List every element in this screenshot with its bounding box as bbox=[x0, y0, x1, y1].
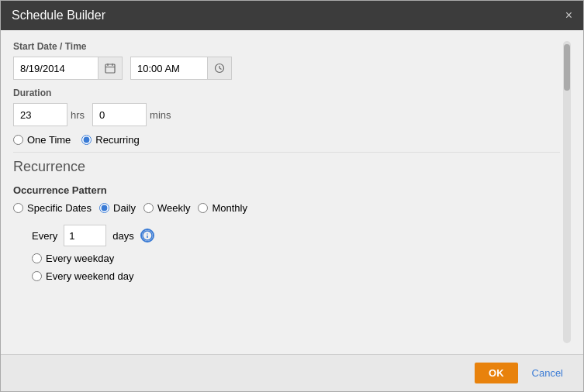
svg-line-6 bbox=[219, 68, 222, 70]
ok-button[interactable]: OK bbox=[475, 363, 518, 383]
duration-label: Duration bbox=[13, 88, 560, 98]
every-label: Every bbox=[32, 230, 57, 242]
monthly-label: Monthly bbox=[212, 202, 247, 214]
dialog-body: Start Date / Time bbox=[1, 30, 583, 354]
weekly-label: Weekly bbox=[157, 202, 190, 214]
svg-point-8 bbox=[147, 233, 148, 235]
daily-radio[interactable] bbox=[99, 203, 109, 213]
monthly-radio[interactable] bbox=[198, 203, 208, 213]
close-button[interactable]: × bbox=[565, 9, 572, 22]
calendar-icon[interactable] bbox=[98, 57, 123, 80]
svg-rect-0 bbox=[105, 64, 115, 73]
date-input[interactable] bbox=[13, 57, 98, 80]
cancel-button[interactable]: Cancel bbox=[524, 363, 571, 383]
recurrence-title: Recurrence bbox=[13, 159, 560, 175]
separator bbox=[13, 152, 560, 153]
days-unit-label: days bbox=[112, 230, 133, 242]
time-input[interactable] bbox=[130, 57, 208, 80]
schedule-builder-dialog: Schedule Builder × Start Date / Time bbox=[0, 0, 584, 392]
start-date-time-row bbox=[13, 57, 560, 80]
occurrence-pattern-label: Occurrence Pattern bbox=[13, 184, 560, 196]
weekly-option[interactable]: Weekly bbox=[143, 202, 190, 214]
monthly-option[interactable]: Monthly bbox=[198, 202, 247, 214]
duration-mins-input[interactable] bbox=[92, 103, 147, 126]
duration-hrs-input[interactable] bbox=[13, 103, 67, 126]
weekend-option[interactable]: Every weekend day bbox=[32, 270, 133, 282]
hrs-unit-label: hrs bbox=[71, 109, 85, 121]
one-time-option[interactable]: One Time bbox=[13, 134, 71, 146]
schedule-type-group: One Time Recurring bbox=[13, 134, 560, 146]
dialog-title: Schedule Builder bbox=[12, 9, 105, 22]
specific-dates-label: Specific Dates bbox=[27, 202, 92, 214]
clock-icon[interactable] bbox=[207, 57, 232, 80]
start-date-time-label: Start Date / Time bbox=[13, 41, 560, 52]
mins-unit-label: mins bbox=[150, 109, 171, 121]
specific-dates-radio[interactable] bbox=[13, 203, 23, 213]
every-row: Every days bbox=[32, 225, 560, 246]
every-value-input[interactable] bbox=[64, 225, 106, 246]
weekend-row: Every weekend day bbox=[32, 270, 560, 282]
weekend-label: Every weekend day bbox=[46, 270, 133, 282]
dialog-header: Schedule Builder × bbox=[1, 1, 583, 30]
weekend-radio[interactable] bbox=[32, 271, 42, 281]
scrollbar-thumb bbox=[564, 44, 570, 91]
specific-dates-option[interactable]: Specific Dates bbox=[13, 202, 92, 214]
daily-label: Daily bbox=[113, 202, 136, 214]
occurrence-pattern-row: Specific Dates Daily Weekly Monthly bbox=[13, 202, 560, 214]
scrollbar[interactable] bbox=[563, 41, 571, 343]
dialog-footer: OK Cancel bbox=[1, 354, 583, 391]
weekday-option[interactable]: Every weekday bbox=[32, 253, 114, 264]
info-icon[interactable] bbox=[140, 229, 154, 242]
dialog-content: Start Date / Time bbox=[13, 41, 560, 343]
one-time-label: One Time bbox=[27, 134, 71, 146]
occurrence-section: Occurrence Pattern Specific Dates Daily … bbox=[13, 184, 560, 282]
weekly-radio[interactable] bbox=[143, 203, 154, 213]
duration-row: hrs mins bbox=[13, 103, 560, 126]
recurring-label: Recurring bbox=[95, 134, 139, 146]
daily-option[interactable]: Daily bbox=[99, 202, 136, 214]
daily-options: Every days bbox=[13, 225, 560, 282]
one-time-radio[interactable] bbox=[13, 135, 23, 145]
weekday-label: Every weekday bbox=[46, 253, 114, 264]
weekday-radio[interactable] bbox=[32, 253, 42, 263]
weekday-row: Every weekday bbox=[32, 253, 560, 264]
recurring-radio[interactable] bbox=[81, 135, 92, 145]
recurring-option[interactable]: Recurring bbox=[81, 134, 139, 146]
